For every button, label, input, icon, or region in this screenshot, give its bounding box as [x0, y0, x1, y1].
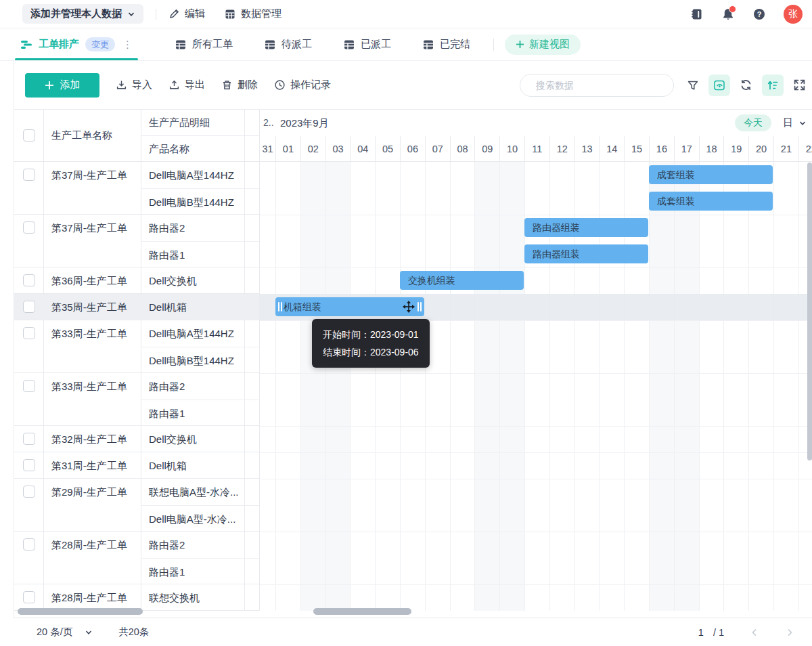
- chevron-down-icon: [798, 119, 807, 127]
- refresh-button[interactable]: [740, 79, 752, 91]
- row-checkbox[interactable]: [23, 221, 35, 234]
- fullscreen-button[interactable]: [793, 79, 806, 91]
- delete-button[interactable]: 删除: [221, 79, 258, 91]
- month-label: 2023年9月: [280, 110, 329, 136]
- row-checkbox[interactable]: [23, 459, 35, 471]
- day-cell: 06: [400, 136, 425, 162]
- gantt-bar[interactable]: 成套组装: [649, 165, 773, 184]
- table-view-icon: [264, 39, 276, 51]
- avatar[interactable]: 张: [784, 5, 803, 24]
- group-boundary-line: [260, 479, 812, 479]
- move-cursor-icon: [402, 300, 415, 314]
- card-eye-icon: [713, 79, 725, 91]
- resize-handle-left[interactable]: [278, 302, 279, 311]
- gantt-bar[interactable]: 交换机组装: [400, 271, 524, 290]
- add-button[interactable]: 添加: [25, 73, 99, 98]
- vertical-scrollbar[interactable]: [807, 163, 812, 460]
- notifications-button[interactable]: [721, 7, 735, 21]
- tab-view-1[interactable]: 待派工: [264, 38, 312, 51]
- grid-column: [748, 162, 773, 611]
- search-box[interactable]: [520, 74, 674, 97]
- import-button[interactable]: 导入: [116, 79, 152, 91]
- resize-handle-right[interactable]: [420, 302, 422, 311]
- day-cell: 17: [674, 136, 699, 162]
- product-name-cell: Dell电脑A型144HZ: [141, 162, 259, 188]
- gantt-bar[interactable]: 路由器组装: [524, 218, 648, 237]
- row-checkbox[interactable]: [23, 327, 35, 339]
- order-name-cell: 第33周-生产工单: [51, 373, 127, 400]
- page-size-selector[interactable]: 20 条/页: [37, 626, 93, 639]
- select-all-checkbox[interactable]: [23, 129, 35, 142]
- order-name-cell: 第28周-生产工单: [51, 584, 127, 611]
- row-checkbox[interactable]: [23, 538, 35, 551]
- row-checkbox[interactable]: [23, 380, 35, 392]
- new-view-button[interactable]: 新建视图: [505, 35, 581, 55]
- tab-gantt-active[interactable]: 工单排产 变更 ⋮: [20, 28, 143, 60]
- today-button[interactable]: 今天: [735, 114, 771, 131]
- group-boundary-line: [260, 584, 812, 585]
- group-boundary-line: [260, 532, 812, 532]
- change-badge: 变更: [85, 37, 115, 51]
- toolbar: 添加 导入 导出 删除 操作记录: [14, 61, 812, 109]
- day-cell: 02: [300, 136, 325, 162]
- tab-view-2[interactable]: 已派工: [343, 38, 391, 51]
- day-cell: 05: [375, 136, 400, 162]
- tab-view-3[interactable]: 已完结: [422, 38, 470, 51]
- tab-view-0[interactable]: 所有工单: [175, 38, 233, 51]
- funnel-icon: [687, 79, 699, 91]
- gantt-horizontal-scrollbar[interactable]: [313, 608, 411, 615]
- gantt-bar-label: 机箱组装: [284, 301, 321, 312]
- filter-button[interactable]: [687, 79, 699, 91]
- row-checkbox[interactable]: [23, 433, 35, 445]
- scale-selector[interactable]: 日: [783, 110, 807, 136]
- next-page-button[interactable]: [785, 628, 794, 637]
- product-name-cell: 路由器2: [141, 532, 259, 558]
- day-cell: 20: [748, 136, 773, 162]
- dataset-switcher-button[interactable]: 添加并管理本人数据: [22, 4, 143, 24]
- tooltip-end-line: 结束时间：2023-09-06: [323, 343, 419, 361]
- order-name-cell: 第31周-生产工单: [51, 452, 127, 479]
- row-checkbox[interactable]: [23, 591, 35, 603]
- row-checkbox[interactable]: [23, 274, 35, 286]
- history-button[interactable]: 操作记录: [274, 79, 331, 91]
- sort-button[interactable]: [762, 74, 784, 96]
- gantt-bar[interactable]: 机箱组装: [275, 297, 424, 316]
- gantt-bar-label: 路由器组装: [533, 249, 580, 259]
- help-button[interactable]: ?: [752, 7, 766, 21]
- search-input[interactable]: [535, 79, 660, 91]
- day-cell: 16: [649, 136, 674, 162]
- resize-handle-left[interactable]: [281, 302, 282, 311]
- export-button[interactable]: 导出: [168, 79, 205, 91]
- row-checkbox[interactable]: [23, 301, 35, 313]
- chevron-down-icon: [85, 628, 93, 637]
- gantt-bar[interactable]: 路由器组装: [524, 244, 648, 263]
- table-horizontal-scrollbar[interactable]: [18, 608, 143, 615]
- table-view-icon: [175, 39, 187, 51]
- order-name-cell: 第32周-生产工单: [51, 426, 127, 452]
- content-card: 添加 导入 导出 删除 操作记录: [14, 61, 812, 618]
- refresh-icon: [740, 79, 752, 91]
- field-visibility-button[interactable]: [708, 74, 730, 96]
- product-name-cell: Dell交换机: [141, 426, 259, 452]
- gantt-header: 2.. 2023年9月 今天 日 31010203040506070809101…: [260, 110, 812, 162]
- row-checkbox[interactable]: [23, 486, 35, 498]
- gantt-bar[interactable]: 成套组装: [649, 192, 773, 211]
- edit-button[interactable]: 编辑: [168, 7, 205, 20]
- group-boundary-line: [260, 452, 812, 453]
- order-name-cell: 第37周-生产工单: [51, 162, 127, 188]
- gantt-body: 成套组装成套组装路由器组装路由器组装交换机组装机箱组装: [260, 162, 812, 611]
- history-label: 操作记录: [290, 79, 331, 91]
- scale-value: 日: [783, 116, 793, 129]
- bar-tooltip: 开始时间：2023-09-01 结束时间：2023-09-06: [312, 319, 430, 368]
- resize-handle-right[interactable]: [418, 302, 419, 311]
- order-group-row: 第31周-生产工单Dell机箱: [14, 452, 259, 479]
- tab-menu-kebab-icon[interactable]: ⋮: [122, 43, 133, 47]
- add-label: 添加: [60, 79, 81, 91]
- data-manage-button[interactable]: 数据管理: [224, 7, 281, 20]
- prev-page-button[interactable]: [750, 628, 759, 637]
- row-checkbox[interactable]: [23, 169, 35, 181]
- order-group-row: 第29周-生产工单联想电脑A型-水冷...Dell电脑A型-水冷...: [14, 479, 259, 532]
- order-name-cell: 第36周-生产工单: [51, 267, 127, 294]
- journal-button[interactable]: [690, 7, 704, 21]
- order-group-row: 第36周-生产工单Dell交换机: [14, 267, 259, 294]
